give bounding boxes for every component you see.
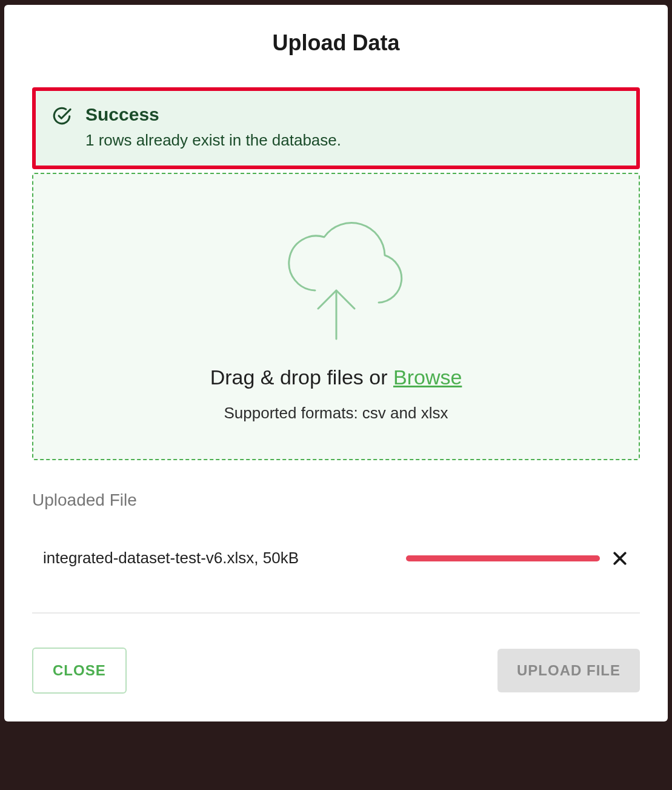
- alert-message: 1 rows already exist in the database.: [85, 131, 341, 150]
- dropzone-prompt: Drag & drop files or Browse: [210, 366, 462, 389]
- upload-progress-bar: [406, 555, 600, 561]
- alert-content: Success 1 rows already exist in the data…: [85, 104, 341, 150]
- cloud-upload-icon: [258, 218, 415, 347]
- dialog-footer: CLOSE UPLOAD FILE: [32, 648, 640, 694]
- upload-dialog: Upload Data Success 1 rows already exist…: [4, 5, 668, 721]
- remove-file-button[interactable]: [611, 549, 629, 567]
- dropzone-prompt-text: Drag & drop files or: [210, 366, 393, 389]
- success-alert: Success 1 rows already exist in the data…: [32, 87, 640, 169]
- close-button[interactable]: CLOSE: [32, 648, 127, 694]
- dropzone-supported-formats: Supported formats: csv and xlsx: [224, 404, 448, 423]
- footer-divider: [32, 612, 640, 614]
- upload-file-button[interactable]: UPLOAD FILE: [497, 649, 640, 692]
- check-circle-icon: [52, 105, 72, 129]
- alert-title: Success: [85, 104, 341, 125]
- dialog-title: Upload Data: [32, 30, 640, 56]
- uploaded-file-name: integrated-dataset-test-v6.xlsx, 50kB: [43, 549, 299, 567]
- uploaded-file-section-label: Uploaded File: [32, 490, 640, 510]
- browse-link[interactable]: Browse: [393, 366, 462, 389]
- uploaded-file-row: integrated-dataset-test-v6.xlsx, 50kB: [32, 549, 640, 567]
- file-dropzone[interactable]: Drag & drop files or Browse Supported fo…: [32, 173, 640, 460]
- upload-progress-wrap: [313, 549, 629, 567]
